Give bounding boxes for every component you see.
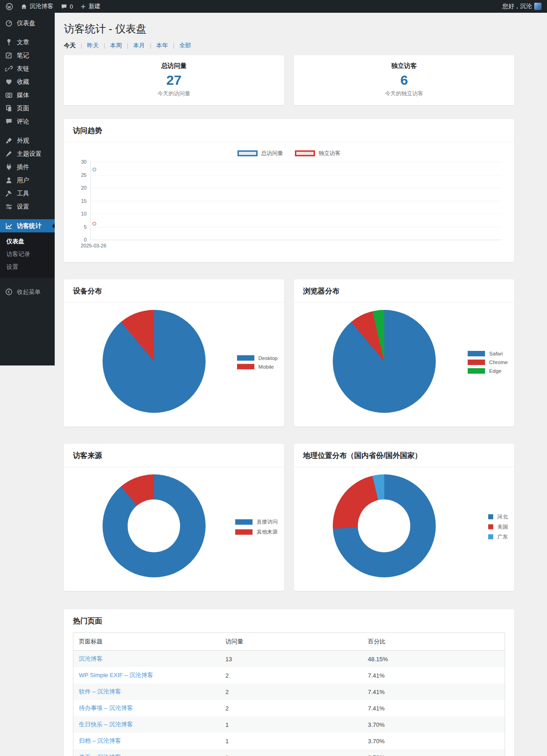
visits-cell: 1 bbox=[220, 716, 362, 733]
filter-all[interactable]: 全部 bbox=[179, 42, 191, 49]
pie-legend: 直接访问其他来源 bbox=[235, 519, 278, 535]
site-name-link[interactable]: 沉沦博客 bbox=[21, 2, 53, 10]
sidebar-item-tools[interactable]: 工具 bbox=[0, 187, 55, 200]
page-link[interactable]: 归档 – 沉沦博客 bbox=[79, 737, 121, 744]
main-content: 访客统计 - 仪表盘 今天 | 昨天 | 本周 | 本月 | 本年 | 全部 总… bbox=[55, 13, 547, 756]
visits-cell: 1 bbox=[220, 749, 362, 756]
geo-distribution-card: 地理位置分布（国内省份/国外国家） 河北美国广东 bbox=[294, 444, 514, 591]
legend-item[interactable]: Safari bbox=[468, 351, 508, 356]
page-link[interactable]: WP Simple EXIF – 沉沦博客 bbox=[79, 672, 153, 679]
legend-item[interactable]: Chrome bbox=[468, 360, 508, 365]
user-icon bbox=[5, 176, 13, 184]
sidebar-item-label: 文章 bbox=[17, 39, 29, 46]
pie-chart-area: 直接访问其他来源 bbox=[64, 471, 284, 583]
legend-swatch bbox=[237, 150, 258, 156]
page-link[interactable]: 关于 – 沉沦博客 bbox=[79, 754, 121, 756]
sidebar-item-notes[interactable]: 笔记 bbox=[0, 49, 55, 62]
heart-icon bbox=[5, 78, 13, 86]
legend-label: Edge bbox=[489, 368, 501, 374]
table-header-row: 页面标题 访问量 百分比 bbox=[73, 633, 505, 651]
sidebar-item-comments[interactable]: 评论 bbox=[0, 115, 55, 128]
legend-item[interactable]: 直接访问 bbox=[235, 519, 278, 525]
percentage-cell: 7.41% bbox=[362, 700, 505, 716]
submenu-item-dashboard[interactable]: 仪表盘 bbox=[0, 235, 55, 248]
sidebar-item-label: 评论 bbox=[17, 118, 29, 125]
gridline bbox=[91, 175, 501, 175]
column-header-visits: 访问量 bbox=[220, 633, 362, 651]
legend-item[interactable]: Mobile bbox=[237, 364, 278, 370]
comments-button[interactable]: 0 bbox=[61, 3, 73, 10]
sidebar-item-label: 外观 bbox=[17, 137, 29, 144]
line-chart-icon bbox=[5, 222, 13, 230]
legend-item[interactable]: 河北 bbox=[488, 514, 508, 520]
geo-donut-chart bbox=[333, 474, 436, 577]
wordpress-logo-button[interactable] bbox=[5, 3, 13, 10]
admin-bar: 沉沦博客 0 新建 您好，沉沦 bbox=[0, 0, 547, 13]
table-row: 关于 – 沉沦博客13.70% bbox=[73, 749, 505, 756]
sidebar-item-dashboard[interactable]: 仪表盘 bbox=[0, 16, 55, 30]
legend-item[interactable]: 美国 bbox=[488, 524, 508, 530]
legend-label: 独立访客 bbox=[319, 149, 341, 157]
account-menu[interactable]: 您好，沉沦 bbox=[502, 2, 542, 10]
legend-swatch bbox=[468, 360, 485, 365]
sidebar-item-links[interactable]: 友链 bbox=[0, 62, 55, 75]
sidebar-item-label: 媒体 bbox=[17, 92, 29, 98]
legend-item[interactable]: 总访问量 bbox=[237, 149, 283, 157]
submenu-item-visitor-log[interactable]: 访客记录 bbox=[0, 248, 55, 261]
collapse-menu-button[interactable]: 收起菜单 bbox=[0, 285, 55, 298]
sidebar-item-theme-settings[interactable]: 主题设置 bbox=[0, 147, 55, 160]
sidebar: 仪表盘 文章 笔记 友链 收藏 媒体 页面 bbox=[0, 13, 55, 365]
sidebar-item-appearance[interactable]: 外观 bbox=[0, 134, 55, 147]
legend-label: 总访问量 bbox=[261, 149, 283, 157]
sidebar-item-label: 友链 bbox=[17, 65, 29, 72]
card-title: 访客来源 bbox=[64, 444, 284, 467]
filter-this-week[interactable]: 本周 bbox=[110, 42, 122, 49]
legend-item[interactable]: 广东 bbox=[488, 534, 508, 540]
legend-label: 直接访问 bbox=[257, 519, 278, 525]
legend-swatch bbox=[488, 525, 493, 530]
pie-chart-area: DesktopMobile bbox=[64, 306, 284, 418]
pages-icon bbox=[5, 104, 13, 112]
filter-this-year[interactable]: 本年 bbox=[156, 42, 168, 49]
page-link[interactable]: 待办事项 – 沉沦博客 bbox=[79, 705, 133, 711]
sidebar-item-users[interactable]: 用户 bbox=[0, 174, 55, 187]
card-title: 浏览器分布 bbox=[294, 279, 514, 303]
sidebar-item-label: 工具 bbox=[17, 190, 29, 197]
sidebar-item-favorites[interactable]: 收藏 bbox=[0, 75, 55, 88]
data-point bbox=[93, 168, 96, 171]
sidebar-item-posts[interactable]: 文章 bbox=[0, 36, 55, 49]
page-link[interactable]: 沉沦博客 bbox=[79, 655, 103, 662]
filter-separator: | bbox=[81, 42, 82, 49]
table-row: 生日快乐 – 沉沦博客13.70% bbox=[73, 716, 505, 733]
filter-this-month[interactable]: 本月 bbox=[133, 42, 145, 49]
gridline bbox=[91, 214, 501, 214]
sidebar-item-plugins[interactable]: 插件 bbox=[0, 160, 55, 174]
legend-item[interactable]: 独立访客 bbox=[295, 149, 341, 157]
stat-subtitle: 今天的访问量 bbox=[64, 90, 284, 98]
filter-today[interactable]: 今天 bbox=[64, 42, 76, 49]
filter-yesterday[interactable]: 昨天 bbox=[87, 42, 99, 49]
legend-swatch bbox=[235, 529, 253, 535]
sidebar-item-settings[interactable]: 设置 bbox=[0, 200, 55, 213]
legend-item[interactable]: Desktop bbox=[237, 355, 278, 361]
paintbrush-icon bbox=[5, 150, 13, 158]
legend-item[interactable]: 其他来源 bbox=[235, 529, 278, 535]
sidebar-item-label: 页面 bbox=[17, 105, 29, 112]
page-title-cell: WP Simple EXIF – 沉沦博客 bbox=[73, 667, 220, 684]
collapse-arrow-icon bbox=[5, 288, 13, 296]
sidebar-item-media[interactable]: 媒体 bbox=[0, 88, 55, 102]
trend-legend: 总访问量独立访客 bbox=[64, 149, 514, 157]
plus-icon bbox=[80, 4, 86, 10]
filter-separator: | bbox=[127, 42, 128, 49]
avatar bbox=[534, 3, 542, 10]
sidebar-item-visitor-stats[interactable]: 访客统计 bbox=[0, 219, 55, 232]
legend-item[interactable]: Edge bbox=[468, 368, 508, 374]
new-content-button[interactable]: 新建 bbox=[80, 2, 100, 10]
page-link[interactable]: 软件 – 沉沦博客 bbox=[79, 688, 121, 695]
page-link[interactable]: 生日快乐 – 沉沦博客 bbox=[79, 721, 133, 728]
wordpress-logo-icon bbox=[5, 3, 13, 10]
wrench-icon bbox=[5, 190, 13, 197]
table-row: 待办事项 – 沉沦博客27.41% bbox=[73, 700, 505, 716]
sidebar-item-pages[interactable]: 页面 bbox=[0, 102, 55, 115]
submenu-item-settings[interactable]: 设置 bbox=[0, 261, 55, 273]
